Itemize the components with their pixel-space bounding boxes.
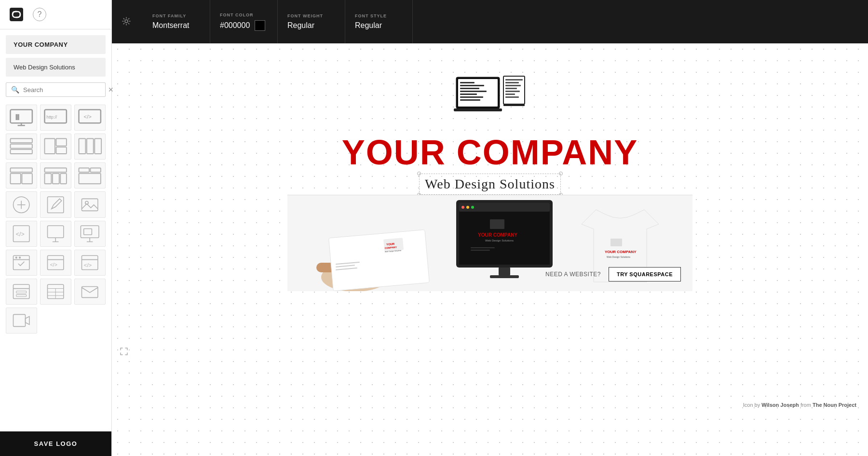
tagline-button[interactable]: Web Design Solutions [6, 58, 106, 77]
font-weight-label: FONT WEIGHT [287, 13, 335, 18]
font-family-value[interactable]: Montserrat [152, 21, 200, 30]
svg-text:Web Design Solutions: Web Design Solutions [485, 239, 514, 242]
icon-image[interactable] [74, 191, 106, 217]
svg-text:http://: http:// [47, 115, 58, 120]
icon-edit[interactable] [40, 191, 71, 217]
try-squarespace-button[interactable]: TRY SQUARESPACE [609, 267, 681, 282]
icon-code-box[interactable]: </> [6, 221, 37, 247]
expand-icon [120, 347, 128, 356]
svg-rect-56 [82, 287, 98, 298]
icon-layout-3[interactable] [74, 162, 106, 188]
svg-rect-95 [490, 219, 504, 229]
need-website-text: NEED A WEBSITE? [545, 271, 601, 278]
bottom-right-actions: NEED A WEBSITE? TRY SQUARESPACE [545, 267, 681, 282]
toolbar-font-family: FONT FAMILY Montserrat [143, 0, 210, 43]
company-name-display[interactable]: YOUR COMPANY [342, 135, 638, 170]
selection-handle-tr [559, 172, 563, 175]
icon-http[interactable]: http:// [40, 105, 71, 131]
toolbar-font-color: FONT COLOR #000000 [210, 0, 278, 43]
svg-rect-100 [499, 268, 510, 275]
logo-icon[interactable] [451, 72, 529, 130]
svg-rect-74 [505, 91, 520, 92]
font-style-value[interactable]: Regular [355, 21, 403, 30]
icon-table[interactable] [40, 279, 71, 305]
canvas-settings-button[interactable] [114, 11, 139, 33]
svg-rect-101 [490, 275, 519, 278]
icon-monitor[interactable] [74, 221, 106, 247]
tagline-display: Web Design Solutions [425, 176, 555, 192]
toolbar-font-weight: FONT WEIGHT Regular [278, 0, 345, 43]
help-icon: ? [38, 10, 42, 19]
icon-cursor[interactable] [6, 191, 37, 217]
svg-rect-102 [610, 239, 622, 246]
color-picker-box[interactable] [255, 20, 265, 31]
svg-rect-71 [505, 82, 519, 83]
icon-browser-edit[interactable] [6, 250, 37, 276]
icon-code[interactable]: </> [74, 105, 106, 131]
icon-email[interactable] [74, 279, 106, 305]
svg-text:</>: </> [84, 114, 92, 120]
svg-rect-73 [505, 88, 517, 89]
svg-rect-64 [460, 91, 487, 92]
search-icon: 🔍 [11, 86, 19, 94]
font-color-row: #000000 [220, 20, 268, 31]
noun-project-credit: Icon by Wilson Joseph from The Noun Proj… [743, 402, 856, 408]
svg-rect-76 [505, 96, 519, 98]
search-clear-button[interactable]: ✕ [108, 86, 114, 94]
svg-text:</>: </> [16, 231, 25, 238]
expand-button[interactable] [118, 345, 130, 360]
save-logo-button[interactable]: SAVE LOGO [0, 431, 111, 456]
help-button[interactable]: ? [33, 8, 46, 21]
squarespace-logo-button[interactable] [8, 6, 25, 23]
svg-rect-14 [87, 139, 94, 154]
icon-code-pen[interactable]: </> [40, 250, 71, 276]
svg-rect-11 [56, 139, 67, 146]
icon-presentation[interactable] [40, 221, 71, 247]
font-weight-value[interactable]: Regular [287, 21, 335, 30]
svg-rect-12 [56, 147, 67, 154]
svg-rect-8 [11, 144, 32, 148]
svg-rect-21 [53, 173, 59, 183]
svg-rect-24 [91, 168, 101, 172]
squarespace-logo-icon [10, 8, 23, 21]
svg-point-40 [19, 256, 21, 258]
icon-video[interactable] [6, 308, 37, 334]
svg-point-91 [461, 206, 464, 209]
search-input[interactable] [23, 86, 104, 94]
icon-grid-3[interactable] [74, 134, 106, 160]
svg-rect-17 [11, 173, 21, 183]
icon-grid-1[interactable] [6, 134, 37, 160]
svg-rect-0 [10, 8, 23, 21]
svg-rect-57 [14, 315, 26, 327]
svg-rect-30 [82, 199, 98, 211]
svg-rect-99 [471, 250, 490, 251]
svg-rect-36 [84, 228, 92, 235]
font-style-label: FONT STYLE [355, 13, 403, 18]
tagline-container[interactable]: Web Design Solutions [419, 174, 561, 195]
svg-rect-72 [505, 85, 521, 86]
icon-browser-form[interactable] [6, 279, 37, 305]
monitor-mockup: YOUR COMPANY Web Design Solutions [451, 195, 557, 291]
toolbar: FONT FAMILY Montserrat FONT COLOR #00000… [112, 0, 868, 43]
svg-rect-16 [11, 168, 32, 172]
font-color-label: FONT COLOR [220, 13, 268, 17]
icon-grid-2[interactable] [40, 134, 71, 160]
svg-rect-63 [460, 88, 479, 89]
svg-point-93 [471, 206, 474, 209]
main-content: FONT FAMILY Montserrat FONT COLOR #00000… [112, 0, 868, 456]
sidebar: ? YOUR COMPANY Web Design Solutions 🔍 ✕ … [0, 0, 112, 456]
icon-layout-2[interactable] [40, 162, 71, 188]
svg-rect-20 [45, 173, 52, 183]
icon-embed[interactable]: </> [74, 250, 106, 276]
company-name-button[interactable]: YOUR COMPANY [6, 35, 106, 54]
svg-rect-10 [45, 139, 55, 154]
svg-rect-61 [460, 82, 475, 83]
svg-rect-22 [61, 173, 67, 183]
svg-rect-67 [460, 99, 480, 101]
icon-layout-1[interactable] [6, 162, 37, 188]
svg-text:YOUR COMPANY: YOUR COMPANY [605, 250, 637, 254]
icon-monitor-code[interactable]: ▐▌ [6, 105, 37, 131]
svg-rect-75 [505, 94, 515, 95]
svg-text:▐▌: ▐▌ [14, 114, 21, 121]
svg-rect-29 [48, 197, 64, 213]
